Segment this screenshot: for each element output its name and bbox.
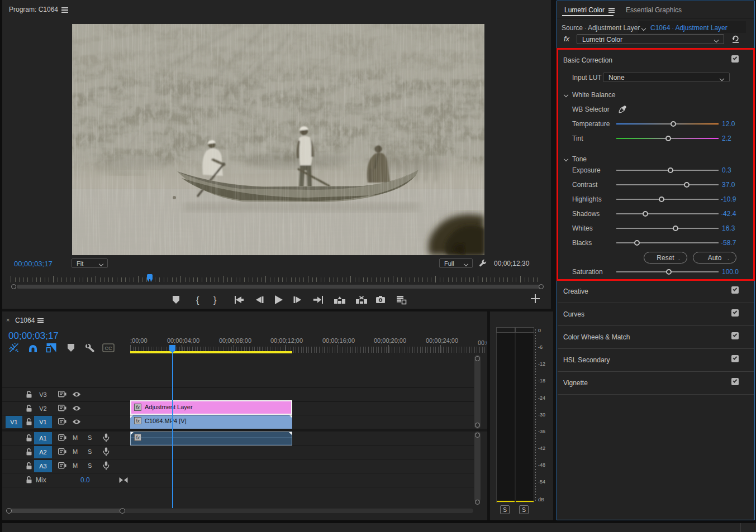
svg-text:CC: CC bbox=[105, 346, 112, 351]
svg-text:{: { bbox=[196, 295, 199, 305]
svg-text:}: } bbox=[213, 295, 217, 305]
